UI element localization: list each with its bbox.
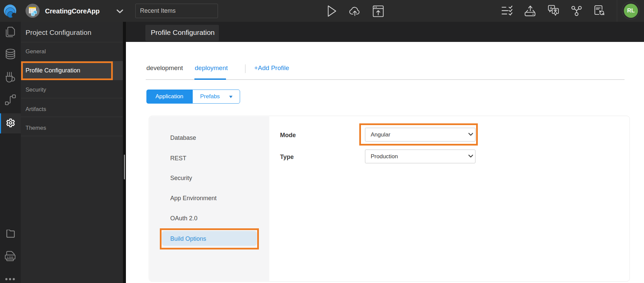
svg-text:LOG: LOG <box>7 256 13 259</box>
